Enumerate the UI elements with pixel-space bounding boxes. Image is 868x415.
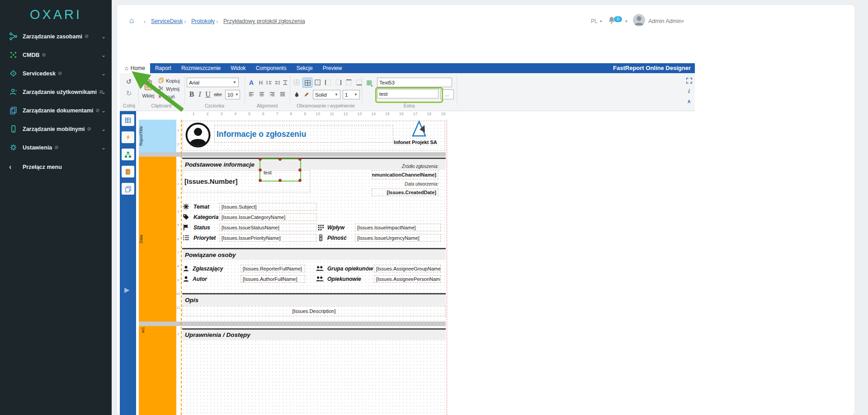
breadcrumb-servicedesk[interactable]: ServiceDesk (151, 18, 183, 24)
tab-rozmieszczenie[interactable]: Rozmieszczenie (176, 63, 226, 73)
tab-components[interactable]: Components (251, 63, 292, 73)
align-center-button[interactable] (257, 90, 266, 99)
redo-button[interactable]: ↻ (123, 89, 135, 98)
tab-preview[interactable]: Preview (318, 63, 347, 73)
field-value-cell[interactable]: [Issues.IssueImpactName] (355, 224, 441, 231)
home-icon[interactable]: ⌂ (129, 16, 134, 25)
resize-handle[interactable] (259, 158, 262, 161)
report-tree-tool[interactable] (122, 114, 134, 126)
created-value-cell[interactable]: [Issues.CreatedDate] (372, 188, 439, 196)
vertical-align-bottom-button[interactable] (273, 78, 281, 87)
sidebar-item-zarzadzanie-dokumentami[interactable]: Zarządzanie dokumentami ⊘ ⌄ (0, 101, 112, 120)
sidebar-item-ustawienia[interactable]: Ustawienia ⊘ ⌄ (0, 138, 112, 157)
collapse-toolbar-icon[interactable]: ∧ (684, 98, 693, 104)
field-value-cell[interactable]: [Issues.ReporterFullName] (241, 265, 305, 272)
hierarchy-tool[interactable] (122, 149, 134, 160)
field-label[interactable]: Temat (193, 204, 209, 210)
field-label[interactable]: Opiekunowie (327, 276, 361, 282)
field-label[interactable]: Pilność (327, 235, 347, 241)
description-c ell[interactable]: [Issues.Description] (182, 306, 446, 316)
sidebar-item-cmdb[interactable]: CMDB ⊘ ⌄ (0, 46, 112, 64)
copy-button[interactable]: Kopiuj (158, 77, 180, 84)
sidebar-toggle-menu[interactable]: ‹ Przełącz menu (0, 158, 112, 176)
expand-strip-icon[interactable]: ▶ (124, 286, 130, 294)
align-justify-button[interactable] (278, 90, 287, 99)
band-report-title[interactable]: ReportTitle (139, 120, 176, 152)
component-name-input[interactable] (377, 78, 452, 87)
delete-button[interactable]: × Usuń (158, 93, 175, 100)
font-size-select[interactable]: 10▼ (225, 90, 240, 99)
band-footer[interactable]: er1 (139, 326, 176, 415)
border-style-select[interactable]: Solid▼ (313, 90, 340, 99)
pages-tool[interactable] (122, 183, 134, 195)
tab-widok[interactable]: Widok (226, 63, 250, 73)
report-avatar-icon[interactable] (185, 122, 211, 149)
cut-button[interactable]: Wytnij (158, 85, 179, 92)
sidebar-item-zarzadzanie-mobilnymi[interactable]: Zarządzanie mobilnymi ⊘ ⌄ (0, 120, 112, 138)
field-value-cell[interactable]: [Issues.IssueStatusName] (219, 224, 316, 231)
resize-handle[interactable] (259, 179, 262, 182)
section-header-permissions[interactable]: Uprawnienia / Dostępy (182, 328, 446, 340)
border-all-button[interactable] (302, 78, 312, 88)
border-right-button[interactable] (334, 78, 343, 87)
border-left-button[interactable] (323, 78, 332, 87)
created-label[interactable]: Data utworzenia: (372, 182, 439, 187)
border-none-button[interactable] (292, 78, 301, 87)
border-width-select[interactable]: 1▼ (343, 90, 360, 99)
field-value-cell[interactable]: [Issues.IssueCategoryName] (219, 213, 316, 221)
section-header-people[interactable]: Powiązane osoby (182, 248, 446, 260)
border-bottom-button[interactable] (354, 78, 363, 87)
resize-handle[interactable] (278, 179, 282, 182)
expression-editor-button[interactable]: ... (440, 89, 454, 99)
component-text-input[interactable] (377, 89, 439, 98)
strikethrough-button[interactable]: abc (212, 90, 224, 99)
events-tool[interactable] (122, 131, 134, 143)
tab-raport[interactable]: Raport (150, 63, 176, 73)
border-outside-button[interactable] (313, 78, 322, 87)
tab-home[interactable]: ⌂ Home (120, 63, 150, 73)
border-top-button[interactable] (344, 78, 353, 87)
align-left-button[interactable] (247, 90, 256, 99)
table-insert-icon[interactable] (365, 79, 375, 88)
field-label[interactable]: Priorytet (193, 235, 216, 241)
fill-color-button[interactable] (292, 90, 301, 99)
field-value-cell[interactable]: [Issues.Subject] (219, 203, 316, 210)
source-label[interactable]: Źródło zgłoszenia: (372, 164, 439, 169)
language-selector[interactable]: PL (591, 18, 598, 24)
underline-button[interactable]: U (204, 90, 212, 99)
text-rotation-button[interactable] (281, 78, 289, 87)
field-value-cell[interactable]: [Issues.AssigneeGroupName] (374, 265, 441, 272)
sidebar-item-zarzadzanie-uzytkownikami[interactable]: Zarządzanie użytkownikami ⊘ ⌄ (0, 83, 112, 101)
resize-handle[interactable] (278, 158, 282, 161)
brush-button[interactable] (302, 90, 311, 99)
report-title-cell[interactable]: Informacje o zgłoszeniu (214, 126, 393, 143)
sidebar-item-servicedesk[interactable]: Servicedesk ⊘ ⌄ (0, 64, 112, 83)
vertical-align-top-button[interactable] (257, 78, 264, 87)
report-page[interactable]: Informacje o zgłoszeniu Infonet Projekt … (181, 120, 447, 415)
field-label[interactable]: Status (193, 224, 210, 231)
field-value-cell[interactable]: [Issues.IssuePriorityName] (219, 234, 316, 242)
align-right-button[interactable] (268, 90, 277, 99)
dictionary-tool[interactable] (122, 166, 134, 177)
font-family-select[interactable]: Arial▼ (187, 78, 239, 87)
selected-textbox[interactable]: test (259, 159, 301, 182)
resize-handle[interactable] (259, 168, 262, 172)
section-header-description[interactable]: Opis (182, 293, 446, 305)
company-logo-icon[interactable] (410, 119, 428, 140)
paste-button[interactable]: Wklej (140, 76, 156, 101)
field-label[interactable]: Grupa opiekunów (327, 266, 373, 272)
field-label[interactable]: Autor (193, 276, 207, 282)
field-value-cell[interactable]: [Issues.AssigneePersonName] (374, 275, 441, 283)
field-value-cell[interactable]: [Issues.IssueUrgencyName] (355, 234, 441, 242)
band-data[interactable]: Data (139, 157, 176, 322)
user-name[interactable]: Admin Admin (648, 18, 682, 24)
field-value-cell[interactable]: [Issues.AuthorFullName] (241, 275, 305, 283)
undo-button[interactable]: ↺ (123, 77, 135, 87)
designer-canvas[interactable]: 12345678910111213141516171819 ReportTitl… (136, 111, 695, 415)
sidebar-item-zarzadzanie-zasobami[interactable]: Zarządzanie zasobami ⊘ ⌄ (0, 27, 112, 46)
resize-handle[interactable] (298, 179, 302, 182)
bold-button[interactable]: B (188, 90, 196, 99)
resize-handle[interactable] (298, 158, 302, 161)
field-label[interactable]: Kategoria (193, 214, 218, 220)
field-label[interactable]: Wpływ (327, 224, 344, 231)
